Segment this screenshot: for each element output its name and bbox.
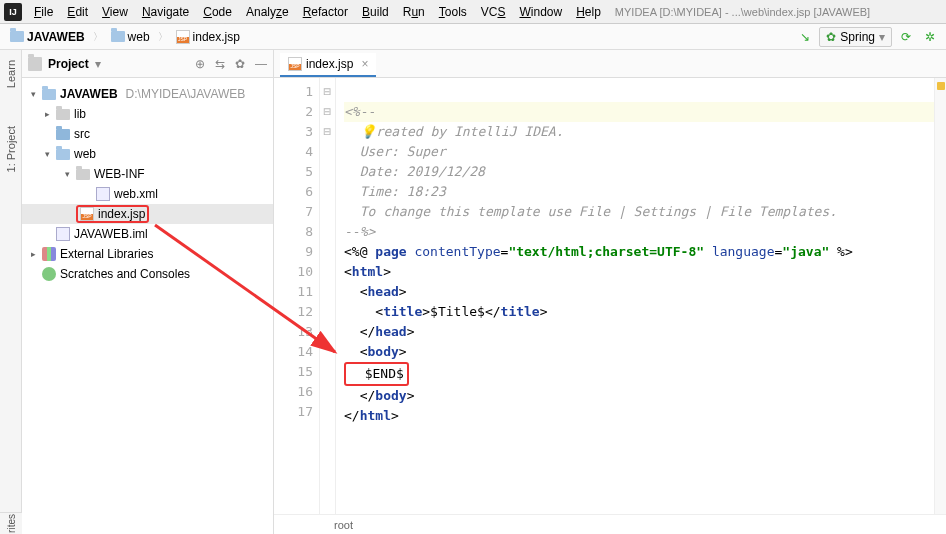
fold-column[interactable]: ⊟⊟⊟ (320, 78, 336, 514)
run-config-label: Spring (840, 30, 875, 44)
hide-icon[interactable]: — (255, 57, 267, 71)
editor-tab-label: index.jsp (306, 57, 353, 71)
caret-down-icon[interactable]: ▾ (42, 149, 52, 159)
tree-ext-label: External Libraries (60, 247, 153, 261)
tree-webxml-label: web.xml (114, 187, 158, 201)
tree-iml-label: JAVAWEB.iml (74, 227, 148, 241)
code-line: <html> (344, 264, 391, 279)
code-line: </body> (344, 388, 414, 403)
menu-file[interactable]: File (28, 3, 59, 21)
chevron-down-icon[interactable]: ▾ (95, 57, 101, 71)
iml-file-icon (56, 227, 70, 241)
editor-breadcrumb-label: root (334, 519, 353, 531)
tab-learn[interactable]: Learn (3, 56, 19, 92)
menu-run[interactable]: Run (397, 3, 431, 21)
tree-indexjsp-label: index.jsp (98, 207, 145, 221)
code-line: <title>$Title$</title> (344, 304, 548, 319)
tree-src[interactable]: src (22, 124, 273, 144)
caret-down-icon[interactable]: ▾ (62, 169, 72, 179)
code-line: $END$ (344, 366, 409, 381)
crumb-root[interactable]: JAVAWEB (6, 28, 89, 46)
collapse-icon[interactable]: ⇆ (215, 57, 225, 71)
caret-right-icon[interactable]: ▸ (42, 109, 52, 119)
line-number-gutter: 1234567891011121314151617 (274, 78, 320, 514)
caret-right-icon[interactable]: ▸ (28, 249, 38, 259)
chevron-down-icon: ▾ (879, 30, 885, 44)
error-stripe[interactable] (934, 78, 946, 514)
editor-tab-bar: index.jsp × (274, 50, 946, 78)
editor-area: index.jsp × 1234567891011121314151617 ⊟⊟… (274, 50, 946, 534)
highlight-box: $END$ (344, 362, 409, 386)
run-config-selector[interactable]: ✿ Spring ▾ (819, 27, 892, 47)
tree-web[interactable]: ▾ web (22, 144, 273, 164)
crumb-sep-icon: 〉 (93, 30, 103, 44)
code-line: <body> (344, 344, 407, 359)
menu-help[interactable]: Help (570, 3, 607, 21)
tree-external-libs[interactable]: ▸ External Libraries (22, 244, 273, 264)
lightbulb-icon[interactable]: 💡 (360, 124, 376, 139)
menu-view[interactable]: View (96, 3, 134, 21)
code-editor[interactable]: 1234567891011121314151617 ⊟⊟⊟ <%-- 💡reat… (274, 78, 946, 514)
code-line: <head> (344, 284, 407, 299)
code-content[interactable]: <%-- 💡reated by IntelliJ IDEA. User: Sup… (336, 78, 946, 514)
close-icon[interactable]: × (361, 57, 368, 71)
app-logo: IJ (4, 3, 22, 21)
code-line: </head> (344, 324, 414, 339)
menu-navigate[interactable]: Navigate (136, 3, 195, 21)
jsp-file-icon (288, 57, 302, 71)
tab-project[interactable]: 1: Project (3, 122, 19, 176)
highlight-box: index.jsp (76, 205, 149, 223)
caret-down-icon[interactable]: ▾ (28, 89, 38, 99)
gear-icon[interactable]: ✿ (235, 57, 245, 71)
code-line: --%> (344, 224, 375, 239)
tab-favorites[interactable]: rites (6, 514, 17, 533)
editor-tab-indexjsp[interactable]: index.jsp × (280, 53, 376, 77)
locate-icon[interactable]: ⊕ (195, 57, 205, 71)
menu-refactor[interactable]: Refactor (297, 3, 354, 21)
scratch-icon (42, 267, 56, 281)
tree-webinf[interactable]: ▾ WEB-INF (22, 164, 273, 184)
menu-code[interactable]: Code (197, 3, 238, 21)
project-tree[interactable]: ▾ JAVAWEB D:\MYIDEA\JAVAWEB ▸ lib src ▾ … (22, 78, 273, 534)
menu-build[interactable]: Build (356, 3, 395, 21)
tree-lib-label: lib (74, 107, 86, 121)
menu-edit[interactable]: Edit (61, 3, 94, 21)
tree-scratches[interactable]: Scratches and Consoles (22, 264, 273, 284)
tree-root[interactable]: ▾ JAVAWEB D:\MYIDEA\JAVAWEB (22, 84, 273, 104)
libraries-icon (42, 247, 56, 261)
code-line: reated by IntelliJ IDEA. (376, 124, 564, 139)
tree-webxml[interactable]: web.xml (22, 184, 273, 204)
crumb-sep-icon: 〉 (158, 30, 168, 44)
jsp-file-icon (176, 30, 190, 44)
code-line: </html> (344, 408, 399, 423)
crumb-web[interactable]: web (107, 28, 154, 46)
tree-indexjsp[interactable]: index.jsp (22, 204, 273, 224)
project-view-icon (28, 57, 42, 71)
left-gutter-bottom: rites (0, 512, 22, 534)
web-folder-icon (56, 149, 70, 160)
menu-tools[interactable]: Tools (433, 3, 473, 21)
spring-leaf-icon: ✿ (826, 30, 836, 44)
editor-breadcrumb[interactable]: root (274, 514, 946, 534)
left-gutter: Learn 1: Project (0, 50, 22, 534)
crumb-file[interactable]: index.jsp (172, 28, 244, 46)
folder-icon (10, 31, 24, 42)
tree-lib[interactable]: ▸ lib (22, 104, 273, 124)
menu-vcs[interactable]: VCS (475, 3, 512, 21)
folder-icon (111, 31, 125, 42)
crumb-file-label: index.jsp (193, 30, 240, 44)
source-folder-icon (56, 129, 70, 140)
menu-bar: IJ File Edit View Navigate Code Analyze … (0, 0, 946, 24)
code-line: Time: 18:23 (344, 184, 446, 199)
menu-analyze[interactable]: Analyze (240, 3, 295, 21)
code-line (344, 428, 352, 443)
tree-scratch-label: Scratches and Consoles (60, 267, 190, 281)
warning-marker[interactable] (937, 82, 945, 90)
sync-icon[interactable]: ⟳ (896, 27, 916, 47)
build-icon[interactable]: ↘ (795, 27, 815, 47)
tree-iml[interactable]: JAVAWEB.iml (22, 224, 273, 244)
window-title: MYIDEA [D:\MYIDEA] - ...\web\index.jsp [… (615, 6, 870, 18)
project-panel-title[interactable]: Project (48, 57, 89, 71)
bug-run-icon[interactable]: ✲ (920, 27, 940, 47)
menu-window[interactable]: Window (513, 3, 568, 21)
